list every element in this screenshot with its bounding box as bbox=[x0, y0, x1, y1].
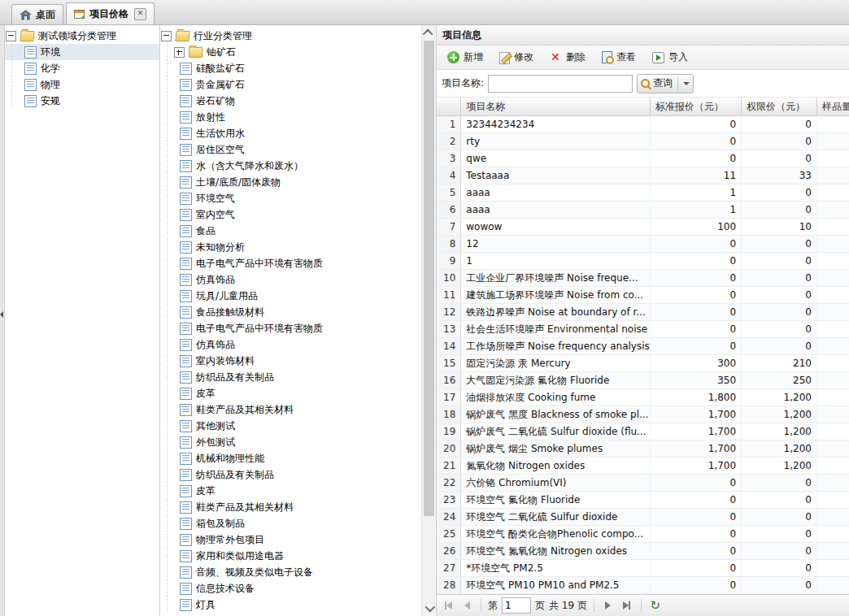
tab-桌面[interactable]: 桌面 bbox=[11, 4, 63, 24]
tree-item[interactable]: 放射性 bbox=[160, 109, 436, 125]
table-row[interactable]: 14工作场所噪声 Noise frequency analysis000标准报价 bbox=[437, 338, 849, 355]
tree-item[interactable]: 鞋类产品及其相关材料 bbox=[160, 499, 436, 515]
close-icon[interactable]: ✕ bbox=[134, 8, 146, 20]
tree-item[interactable]: 外包测试 bbox=[160, 434, 436, 450]
tree-item[interactable]: 音频、视频及类似电子设备 bbox=[160, 564, 436, 580]
view-button[interactable]: 查看 bbox=[595, 48, 642, 67]
table-row[interactable]: 3qwe000 bbox=[437, 150, 849, 167]
tree-item[interactable]: 硅酸盐矿石 bbox=[160, 60, 436, 76]
table-row[interactable]: 17油烟排放浓度 Cooking fume1,8001,2000 bbox=[437, 389, 849, 406]
expand-expander-icon[interactable] bbox=[174, 47, 185, 58]
tree-item[interactable]: 机械和物理性能 bbox=[160, 450, 436, 466]
first-page-button[interactable] bbox=[441, 598, 455, 613]
table-row[interactable]: 16大气固定污染源 氟化物 Fluoride3502500 bbox=[437, 372, 849, 389]
tree-item[interactable]: 未知物分析 bbox=[160, 239, 436, 255]
edit-button[interactable]: 修改 bbox=[493, 48, 540, 67]
tree-item[interactable]: 环境空气 bbox=[160, 190, 436, 206]
table-row[interactable]: 2rty000 bbox=[437, 133, 849, 150]
tree-item[interactable]: 化学 bbox=[5, 60, 159, 76]
table-row[interactable]: 22六价铬 Chromium(VI)000标准报价 bbox=[437, 475, 849, 492]
cell-name: 1 bbox=[461, 253, 651, 270]
tree-item[interactable]: 物理 bbox=[5, 76, 159, 93]
delete-button[interactable]: 删除 bbox=[543, 48, 592, 67]
add-button[interactable]: 新增 bbox=[441, 48, 490, 67]
next-page-button[interactable] bbox=[601, 598, 616, 613]
column-header[interactable]: 标准报价（元） bbox=[650, 98, 741, 116]
tree-item[interactable]: 电子电气产品中环境有害物质 bbox=[160, 255, 436, 271]
tree-item[interactable]: 贵金属矿石 bbox=[160, 76, 436, 93]
tree-item[interactable]: 物理常外包项目 bbox=[160, 531, 436, 548]
table-row[interactable]: 11建筑施工场界环境噪声 Noise from co...000标准报价 bbox=[437, 287, 849, 304]
table-row[interactable]: 7wowow100101010 bbox=[437, 219, 849, 236]
tree-item[interactable]: 纺织品及有关制品 bbox=[160, 369, 436, 385]
scroll-down-icon[interactable] bbox=[422, 601, 436, 615]
tree-item[interactable]: 食品接触级材料 bbox=[160, 304, 436, 320]
tree-item[interactable]: 信息技术设备 bbox=[160, 580, 436, 596]
tree-item[interactable]: 鞋类产品及其相关材料 bbox=[160, 401, 436, 418]
table-row[interactable]: 18锅炉废气 黑度 Blackness of smoke pl...1,7001… bbox=[437, 406, 849, 423]
search-input[interactable] bbox=[488, 75, 633, 93]
table-row[interactable]: 20锅炉废气 烟尘 Smoke plumes1,7001,2000 bbox=[437, 440, 849, 458]
tree-item[interactable]: 居住区空气 bbox=[160, 141, 436, 158]
tree-item[interactable]: 岩石矿物 bbox=[160, 93, 436, 109]
prev-page-button[interactable] bbox=[459, 598, 474, 613]
open-folder-icon bbox=[175, 31, 189, 41]
tree-item[interactable]: 箱包及制品 bbox=[160, 515, 436, 531]
table-row[interactable]: 24环境空气 二氧化硫 Sulfur dioxide000标准报价 bbox=[437, 509, 849, 526]
table-row[interactable]: 28环境空气 PM10 PM10 and PM2.5000标准报价 bbox=[437, 577, 849, 594]
import-button[interactable]: 导入 bbox=[646, 48, 694, 67]
table-row[interactable]: 132344234234000 bbox=[437, 116, 849, 133]
table-row[interactable]: 19锅炉废气 二氧化硫 Sulfur dioxide (flu...1,7001… bbox=[437, 423, 849, 440]
tree-item[interactable]: 铀矿石 bbox=[160, 44, 436, 60]
table-row[interactable]: 23环境空气 氟化物 Fluoride000标准报价 bbox=[437, 492, 849, 509]
column-header[interactable]: 项目名称 bbox=[461, 98, 651, 116]
refresh-button[interactable]: ↻ bbox=[648, 598, 663, 613]
tree-item[interactable]: 纺织品及有关制品 bbox=[160, 466, 436, 483]
tree-item[interactable]: 仿真饰品 bbox=[160, 271, 436, 288]
tree-item[interactable]: 安规 bbox=[5, 93, 159, 109]
table-row[interactable]: 91000 bbox=[437, 253, 849, 270]
tree-item[interactable]: 皮革 bbox=[160, 385, 436, 401]
scroll-up-icon[interactable] bbox=[422, 26, 436, 40]
page-number-input[interactable] bbox=[502, 597, 531, 614]
tree-item[interactable]: 土壤/底质/固体废物 bbox=[160, 174, 436, 190]
tree-item[interactable]: 灯具 bbox=[160, 596, 436, 613]
query-button[interactable]: 查询 bbox=[637, 74, 694, 93]
column-header[interactable]: 权限价（元） bbox=[742, 98, 817, 116]
table-row[interactable]: 812000 bbox=[437, 236, 849, 253]
table-row[interactable]: 13社会生活环境噪声 Environmental noise000标准报价 bbox=[437, 321, 849, 338]
collapse-expander-icon[interactable] bbox=[6, 31, 16, 41]
tree-item[interactable]: 玩具/儿童用品 bbox=[160, 288, 436, 304]
tree-item[interactable]: 家用和类似用途电器 bbox=[160, 548, 436, 564]
tree-item[interactable]: 电子电气产品中环境有害物质 bbox=[160, 320, 436, 336]
tree-item[interactable]: 食品 bbox=[160, 223, 436, 239]
collapse-expander-icon[interactable] bbox=[161, 31, 172, 41]
tree-item[interactable]: 仿真饰品 bbox=[160, 336, 436, 353]
tree-root-industry[interactable]: 行业分类管理 bbox=[160, 28, 436, 44]
tree-item[interactable]: 室内装饰材料 bbox=[160, 353, 436, 369]
tree-root-test-domain[interactable]: 测试领域分类管理 bbox=[5, 28, 159, 44]
vertical-scrollbar[interactable] bbox=[421, 25, 436, 616]
table-row[interactable]: 4Testaaaa1133445 bbox=[437, 167, 849, 184]
chevron-down-icon[interactable] bbox=[683, 82, 690, 85]
scrollbar-thumb[interactable] bbox=[424, 41, 434, 516]
tree-item[interactable]: 其他测试 bbox=[160, 418, 436, 434]
table-row[interactable]: 25环境空气 酚类化合物Phenolic compo...000标准报价 bbox=[437, 526, 849, 543]
column-header[interactable]: 样品量 bbox=[816, 98, 849, 116]
tree-item[interactable]: 生活饮用水 bbox=[160, 125, 436, 141]
last-page-button[interactable] bbox=[620, 598, 634, 613]
table-row[interactable]: 21氮氧化物 Nitrogen oxides1,7001,2000 bbox=[437, 458, 849, 475]
table-row[interactable]: 26环境空气 氮氧化物 Nitrogen oxides000标准报价 bbox=[437, 543, 849, 560]
table-row[interactable]: 5aaaa100 bbox=[437, 184, 849, 202]
table-row[interactable]: 10工业企业厂界环境噪声 Noise freque...000标准报价 bbox=[437, 270, 849, 287]
cell-rownum: 6 bbox=[437, 202, 461, 219]
tree-item[interactable]: 水（含大气降水和废水） bbox=[160, 158, 436, 174]
tree-item[interactable]: 室内空气 bbox=[160, 206, 436, 223]
tree-item[interactable]: 皮革 bbox=[160, 483, 436, 499]
table-row[interactable]: 12铁路边界噪声 Noise at boundary of r...000标准报… bbox=[437, 304, 849, 321]
table-row[interactable]: 6aaaa100 bbox=[437, 202, 849, 219]
table-row[interactable]: 27*环境空气 PM2.5000标准报价 bbox=[437, 560, 849, 577]
tree-item[interactable]: 环境 bbox=[5, 44, 159, 60]
tab-项目价格[interactable]: 项目价格✕ bbox=[66, 2, 155, 24]
table-row[interactable]: 15固定污染源 汞 Mercury3002100 bbox=[437, 355, 849, 372]
